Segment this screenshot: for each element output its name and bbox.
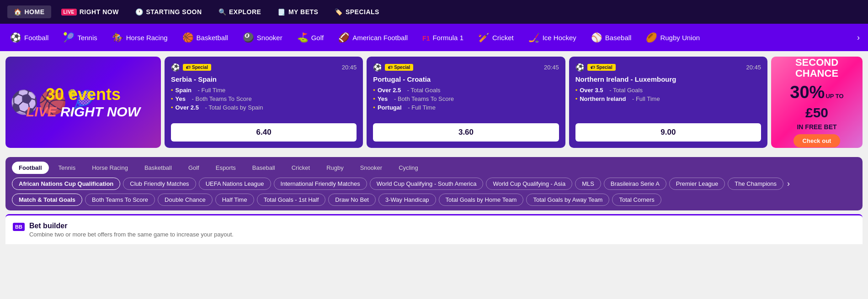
event-markets-2: Over 2.5 - Total Goals Yes - Both Teams … bbox=[373, 87, 559, 120]
filter-sport-esports[interactable]: Esports bbox=[209, 162, 243, 174]
hero-live-text: LIVE RIGHT NOW bbox=[26, 104, 140, 120]
event-card-1[interactable]: ⚽ 🏷 Special 20:45 Serbia - Spain Spain -… bbox=[165, 57, 363, 148]
nav-home[interactable]: 🏠 HOME bbox=[7, 5, 51, 18]
market-filter-row: Match & Total Goals Both Teams To Score … bbox=[12, 194, 856, 206]
nav-explore[interactable]: 🔍 EXPLORE bbox=[212, 5, 268, 18]
filter-market-total-goals-away[interactable]: Total Goals by Away Team bbox=[526, 194, 609, 206]
bets-icon: 🗒️ bbox=[277, 8, 286, 16]
sport-tab-baseball[interactable]: Baseball bbox=[585, 28, 638, 47]
market-rest-3-0: - Total Goals bbox=[609, 87, 643, 94]
filter-league-mls[interactable]: MLS bbox=[575, 178, 601, 190]
league-filter-more-icon[interactable]: › bbox=[787, 179, 790, 189]
filter-league-brasileirao[interactable]: Brasileirao Serie A bbox=[604, 178, 666, 190]
odds-button-1[interactable]: 6.40 bbox=[171, 123, 357, 142]
filter-sport-tennis[interactable]: Tennis bbox=[52, 162, 83, 174]
promo-check-out-button[interactable]: Check out bbox=[793, 134, 841, 147]
bet-builder-description: Combine two or more bet offers from the … bbox=[29, 231, 234, 238]
filter-sport-football[interactable]: Football bbox=[12, 162, 49, 174]
filter-league-premier-league[interactable]: Premier League bbox=[669, 178, 725, 190]
filter-league-uefa-nations[interactable]: UEFA Nations League bbox=[199, 178, 271, 190]
filter-sport-basketball[interactable]: Basketball bbox=[138, 162, 179, 174]
event-card-3[interactable]: ⚽ 🏷 Special 20:45 Northern Ireland - Lux… bbox=[569, 57, 767, 148]
football-badge-icon-3: ⚽ bbox=[575, 63, 585, 72]
promo-line1-text: SECOND CHANCE bbox=[795, 57, 838, 79]
nav-specials-label: SPECIALS bbox=[346, 8, 379, 16]
filter-market-draw-no-bet[interactable]: Draw No Bet bbox=[328, 194, 376, 206]
filter-market-both-teams[interactable]: Both Teams To Score bbox=[85, 194, 155, 206]
filter-league-african[interactable]: African Nations Cup Qualification bbox=[12, 178, 120, 190]
sport-tab-basketball[interactable]: Basketball bbox=[176, 28, 234, 47]
filter-market-total-goals-1h[interactable]: Total Goals - 1st Half bbox=[257, 194, 326, 206]
promo-up-to: UP TO bbox=[825, 93, 843, 100]
sport-tab-tennis-label: Tennis bbox=[77, 34, 97, 42]
market-highlight-3-0: Over 3.5 bbox=[580, 87, 603, 94]
filter-sport-golf[interactable]: Golf bbox=[181, 162, 206, 174]
filter-sport-snooker[interactable]: Snooker bbox=[353, 162, 389, 174]
filter-league-champions[interactable]: The Champions bbox=[728, 178, 783, 190]
filter-league-wc-asia[interactable]: World Cup Qualifying - Asia bbox=[486, 178, 572, 190]
sport-tab-cricket[interactable]: Cricket bbox=[472, 28, 520, 47]
market-highlight-3-1: Northern Ireland bbox=[580, 95, 626, 102]
event-card-3-header-left: ⚽ 🏷 Special bbox=[575, 63, 616, 72]
filter-sport-cycling[interactable]: Cycling bbox=[392, 162, 425, 174]
sport-tabs-more[interactable]: › bbox=[852, 29, 864, 46]
market-rest-2-1: - Both Teams To Score bbox=[394, 95, 454, 102]
sport-tab-ice-hockey[interactable]: Ice Hockey bbox=[522, 28, 583, 47]
odds-button-2[interactable]: 3.60 bbox=[373, 123, 559, 142]
filter-market-match-total[interactable]: Match & Total Goals bbox=[12, 194, 82, 206]
hero-live-word: LIVE bbox=[26, 104, 57, 119]
filter-market-double-chance[interactable]: Double Chance bbox=[158, 194, 213, 206]
market-highlight-1-0: Spain bbox=[176, 87, 192, 94]
odds-button-3[interactable]: 9.00 bbox=[575, 123, 761, 142]
filter-sport-baseball[interactable]: Baseball bbox=[245, 162, 282, 174]
hero-banner[interactable]: ⚽🏀🎾 30 events LIVE RIGHT NOW bbox=[5, 57, 161, 148]
filter-league-intl-friendly[interactable]: International Friendly Matches bbox=[274, 178, 367, 190]
sport-tab-golf[interactable]: Golf bbox=[291, 28, 330, 47]
event-card-2[interactable]: ⚽ 🏷 Special 20:45 Portugal - Croatia Ove… bbox=[367, 57, 565, 148]
top-navigation: 🏠 HOME LIVE RIGHT NOW 🕐 STARTING SOON 🔍 … bbox=[0, 0, 868, 24]
filter-sport-rugby[interactable]: Rugby bbox=[320, 162, 351, 174]
bet-builder-title: Bet builder bbox=[29, 222, 234, 230]
filter-market-total-goals-home[interactable]: Total Goals by Home Team bbox=[439, 194, 524, 206]
market-item-2-2: Portugal - Full Time bbox=[373, 104, 559, 111]
rugby-union-icon bbox=[646, 32, 657, 43]
market-rest-1-1: - Both Teams To Score bbox=[192, 95, 252, 102]
filter-market-3way-handicap[interactable]: 3-Way Handicap bbox=[378, 194, 436, 206]
ice-hockey-icon bbox=[528, 32, 540, 43]
nav-my-bets[interactable]: 🗒️ MY BETS bbox=[271, 5, 325, 18]
sport-tab-football[interactable]: Football bbox=[4, 28, 55, 47]
special-badge-3: 🏷 Special bbox=[587, 64, 616, 71]
promo-in-free-bet: IN FREE BET bbox=[797, 123, 836, 131]
filter-sport-cricket[interactable]: Cricket bbox=[285, 162, 317, 174]
nav-home-label: HOME bbox=[25, 8, 45, 16]
sport-tab-snooker-label: Snooker bbox=[257, 34, 282, 42]
nav-right-now[interactable]: LIVE RIGHT NOW bbox=[55, 5, 125, 18]
market-item-2-0: Over 2.5 - Total Goals bbox=[373, 87, 559, 94]
league-filter-row: African Nations Cup Qualification Club F… bbox=[12, 178, 856, 190]
market-rest-2-2: - Full Time bbox=[408, 104, 436, 111]
market-highlight-2-2: Portugal bbox=[378, 104, 402, 111]
market-item-1-2: Over 2.5 - Total Goals by Spain bbox=[171, 104, 357, 111]
nav-my-bets-label: MY BETS bbox=[288, 8, 318, 16]
filter-league-wc-south-america[interactable]: World Cup Qualifying - South America bbox=[370, 178, 484, 190]
tag-special-icon-3: 🏷 bbox=[591, 65, 595, 70]
filter-market-total-corners[interactable]: Total Corners bbox=[612, 194, 661, 206]
baseball-icon bbox=[591, 32, 602, 43]
nav-specials[interactable]: 🏷️ SPECIALS bbox=[328, 5, 386, 18]
market-highlight-2-1: Yes bbox=[378, 95, 388, 102]
sport-tab-rugby-union[interactable]: Rugby Union bbox=[639, 28, 706, 47]
sport-tab-formula1[interactable]: Formula 1 bbox=[416, 29, 470, 47]
sport-tab-horse-racing[interactable]: Horse Racing bbox=[106, 28, 174, 47]
nav-starting-soon[interactable]: 🕐 STARTING SOON bbox=[129, 5, 208, 18]
sport-tab-football-label: Football bbox=[24, 34, 48, 42]
search-icon: 🔍 bbox=[218, 8, 227, 16]
filter-market-half-time[interactable]: Half Time bbox=[215, 194, 254, 206]
sport-tab-tennis[interactable]: Tennis bbox=[57, 28, 103, 47]
promo-banner[interactable]: SECOND CHANCE 30% UP TO £50 IN FREE BET … bbox=[771, 57, 863, 148]
filter-league-club-friendly[interactable]: Club Friendly Matches bbox=[123, 178, 196, 190]
filter-sport-horse-racing[interactable]: Horse Racing bbox=[85, 162, 135, 174]
sport-tab-american-football[interactable]: American Football bbox=[332, 28, 414, 47]
sport-tab-ice-hockey-label: Ice Hockey bbox=[543, 34, 576, 42]
sport-tab-basketball-label: Basketball bbox=[197, 34, 228, 42]
sport-tab-snooker[interactable]: Snooker bbox=[236, 28, 289, 47]
